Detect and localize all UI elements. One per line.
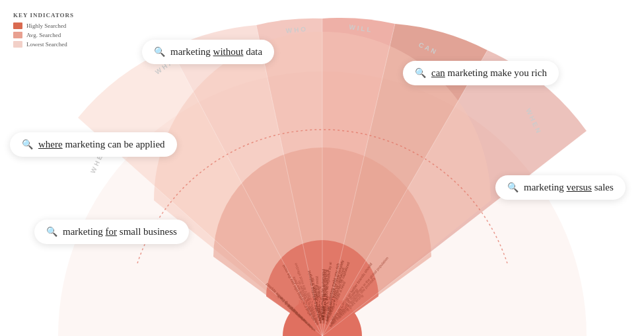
search-icon: 🔍: [415, 67, 426, 79]
search-icon: 🔍: [154, 46, 165, 58]
legend-title: KEY INDICATORS: [13, 12, 74, 19]
callout-text: marketing for small business: [63, 226, 177, 237]
callout-text: marketing versus sales: [524, 182, 614, 193]
callout-marketing-small-business: 🔍 marketing for small business: [34, 220, 189, 244]
callout-text: marketing without data: [170, 46, 262, 58]
legend-item: Highly Searched: [13, 22, 74, 29]
legend-label: Avg. Searched: [26, 32, 61, 38]
keyword: versus: [567, 182, 592, 192]
legend: KEY INDICATORS Highly SearchedAvg. Searc…: [13, 12, 74, 50]
search-icon: 🔍: [46, 226, 57, 237]
legend-label: Lowest Searched: [26, 41, 67, 48]
callout-can-marketing: 🔍 can marketing make you rich: [403, 61, 559, 85]
callout-text: can marketing make you rich: [431, 67, 547, 79]
legend-item: Lowest Searched: [13, 41, 74, 48]
keyword: where: [38, 139, 63, 149]
callout-marketing-without-data: 🔍 marketing without data: [142, 40, 274, 64]
callout-where-marketing: 🔍 where marketing can be applied: [10, 132, 177, 157]
center-label: marketing: [298, 296, 346, 310]
legend-color-box: [13, 32, 22, 38]
keyword: can: [431, 67, 445, 78]
legend-item: Avg. Searched: [13, 32, 74, 38]
keyword: without: [213, 46, 244, 57]
keyword: for: [106, 226, 118, 237]
legend-color-box: [13, 22, 22, 29]
legend-color-box: [13, 41, 22, 48]
callout-marketing-versus: 🔍 marketing versus sales: [495, 175, 626, 200]
legend-label: Highly Searched: [26, 22, 66, 29]
search-icon: 🔍: [22, 139, 33, 150]
callout-text: where marketing can be applied: [38, 139, 165, 150]
search-icon: 🔍: [507, 182, 519, 193]
